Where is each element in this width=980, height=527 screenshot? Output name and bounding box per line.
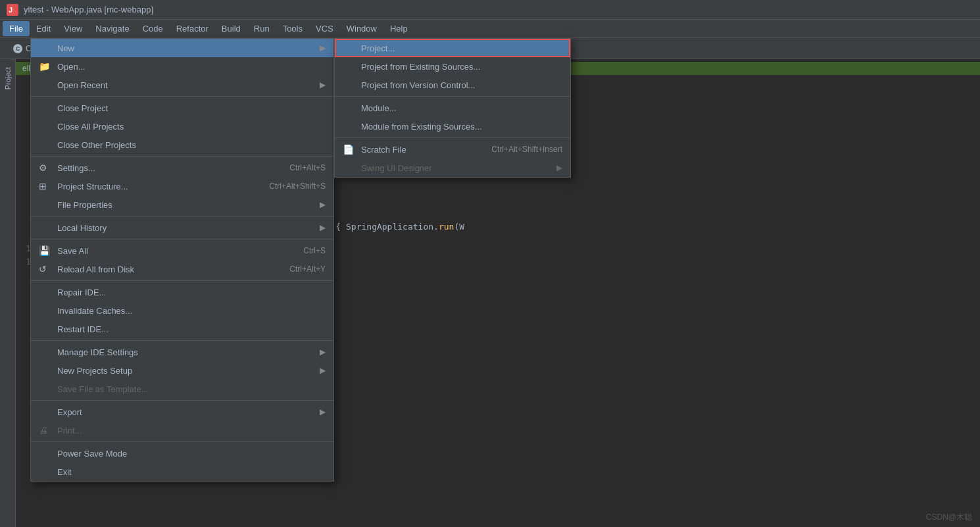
divider-8	[31, 441, 333, 442]
menu-swing-ui-designer-arrow: ▶	[556, 163, 562, 172]
menu-view[interactable]: View	[57, 21, 89, 36]
print-icon: 🖨	[39, 425, 52, 436]
menu-manage-ide-label: Manage IDE Settings	[57, 347, 138, 357]
divider-7	[31, 400, 333, 401]
sidebar-project-label[interactable]: Project	[1, 64, 14, 92]
divider-4	[31, 239, 333, 239]
menu-open-recent-arrow: ▶	[320, 80, 326, 89]
menu-export[interactable]: Export ▶	[31, 403, 333, 421]
menu-close-project[interactable]: Close Project	[31, 99, 333, 117]
menu-new[interactable]: New ▶	[31, 39, 333, 57]
save-icon: 💾	[39, 245, 52, 256]
menu-local-history-label: Local History	[57, 223, 107, 233]
menu-restart-ide[interactable]: Restart IDE...	[31, 320, 333, 338]
menu-navigate[interactable]: Navigate	[89, 21, 135, 36]
menu-open-recent[interactable]: Open Recent ▶	[31, 76, 333, 94]
menu-print[interactable]: 🖨 Print...	[31, 421, 333, 439]
menu-save-all-label: Save All	[57, 246, 88, 256]
menu-scratch-file[interactable]: 📄 Scratch File Ctrl+Alt+Shift+Insert	[335, 140, 570, 159]
menu-local-history[interactable]: Local History ▶	[31, 218, 333, 237]
menu-close-other-projects[interactable]: Close Other Projects	[31, 136, 333, 154]
menu-open[interactable]: 📁 Open...	[31, 57, 333, 76]
menu-file-properties[interactable]: File Properties ▶	[31, 195, 333, 214]
file-menu-dropdown: New ▶ 📁 Open... Open Recent ▶ Close Proj…	[30, 38, 334, 482]
menu-build[interactable]: Build	[215, 21, 247, 36]
menu-edit[interactable]: Edit	[30, 21, 57, 36]
scratch-icon: 📄	[343, 144, 356, 155]
menu-run[interactable]: Run	[247, 21, 276, 36]
divider-6	[31, 340, 333, 341]
menu-new-projects-setup-arrow: ▶	[320, 366, 326, 375]
menu-save-file-template[interactable]: Save File as Template...	[31, 380, 333, 398]
menu-settings[interactable]: ⚙ Settings... Ctrl+Alt+S	[31, 159, 333, 177]
menu-bar: File Edit View Navigate Code Refactor Bu…	[0, 20, 980, 38]
gear-icon: ⚙	[39, 163, 52, 173]
menu-reload-all-shortcut: Ctrl+Alt+Y	[289, 264, 326, 274]
divider-3	[31, 216, 333, 216]
menu-project-from-vcs[interactable]: Project from Version Control...	[335, 76, 570, 94]
menu-tools[interactable]: Tools	[276, 21, 309, 36]
menu-project-from-vcs-label: Project from Version Control...	[361, 80, 475, 90]
menu-power-save-label: Power Save Mode	[57, 449, 127, 459]
menu-vcs[interactable]: VCS	[309, 21, 340, 36]
menu-scratch-file-label: Scratch File	[361, 145, 406, 155]
reload-icon: ↺	[39, 264, 52, 274]
menu-module-from-existing-label: Module from Existing Sources...	[361, 122, 482, 132]
menu-restart-ide-label: Restart IDE...	[57, 324, 109, 334]
menu-close-other-projects-label: Close Other Projects	[57, 140, 136, 150]
menu-project-structure-label: Project Structure...	[57, 182, 128, 191]
menu-reload-all-label: Reload All from Disk	[57, 264, 134, 274]
menu-new-projects-setup-label: New Projects Setup	[57, 366, 132, 376]
menu-repair-ide[interactable]: Repair IDE...	[31, 283, 333, 301]
menu-help[interactable]: Help	[383, 21, 414, 36]
menu-exit[interactable]: Exit	[31, 463, 333, 481]
menu-power-save[interactable]: Power Save Mode	[31, 444, 333, 463]
menu-module-from-existing[interactable]: Module from Existing Sources...	[335, 117, 570, 136]
menu-close-all-projects[interactable]: Close All Projects	[31, 117, 333, 136]
app-logo: J	[7, 4, 18, 16]
menu-open-label: Open...	[57, 62, 86, 72]
menu-new-module[interactable]: Module...	[335, 99, 570, 117]
divider-2	[31, 156, 333, 157]
menu-new-label: New	[57, 43, 74, 53]
menu-swing-ui-designer[interactable]: Swing UI Designer ▶	[335, 159, 570, 177]
sidebar: Project	[0, 59, 16, 527]
menu-save-all[interactable]: 💾 Save All Ctrl+S	[31, 241, 333, 260]
menu-export-arrow: ▶	[320, 407, 326, 416]
menu-new-project[interactable]: Project...	[335, 39, 570, 57]
tab-icon-ctlimpl: C	[13, 44, 22, 53]
divider-5	[31, 280, 333, 281]
divider-1	[31, 96, 333, 97]
menu-file-properties-label: File Properties	[57, 200, 112, 210]
window-title: yltest - WebApp.java [mc-webapp]	[24, 5, 153, 14]
folder-icon: 📁	[39, 61, 52, 72]
menu-project-structure[interactable]: ⊞ Project Structure... Ctrl+Alt+Shift+S	[31, 177, 333, 195]
menu-swing-ui-designer-label: Swing UI Designer	[361, 163, 432, 173]
menu-invalidate-caches[interactable]: Invalidate Caches...	[31, 301, 333, 320]
menu-manage-ide[interactable]: Manage IDE Settings ▶	[31, 343, 333, 361]
watermark: CSDN@木聪	[926, 512, 972, 523]
menu-manage-ide-arrow: ▶	[320, 347, 326, 357]
menu-refactor[interactable]: Refactor	[170, 21, 215, 36]
menu-invalidate-caches-label: Invalidate Caches...	[57, 306, 132, 316]
menu-scratch-file-shortcut: Ctrl+Alt+Shift+Insert	[491, 145, 562, 154]
new-submenu-divider-2	[335, 138, 570, 138]
menu-project-from-existing-label: Project from Existing Sources...	[361, 62, 480, 72]
menu-reload-all[interactable]: ↺ Reload All from Disk Ctrl+Alt+Y	[31, 260, 333, 278]
menu-project-from-existing[interactable]: Project from Existing Sources...	[335, 57, 570, 76]
menu-project-structure-shortcut: Ctrl+Alt+Shift+S	[269, 182, 326, 191]
menu-open-recent-label: Open Recent	[57, 80, 108, 90]
menu-exit-label: Exit	[57, 467, 72, 477]
menu-code[interactable]: Code	[136, 21, 170, 36]
menu-window[interactable]: Window	[340, 21, 383, 36]
grid-icon: ⊞	[39, 181, 52, 191]
menu-file[interactable]: File	[3, 21, 30, 36]
menu-file-properties-arrow: ▶	[320, 200, 326, 209]
menu-new-project-label: Project...	[361, 43, 395, 53]
menu-save-file-template-label: Save File as Template...	[57, 384, 149, 394]
menu-settings-shortcut: Ctrl+Alt+S	[289, 163, 326, 172]
menu-local-history-arrow: ▶	[320, 223, 326, 232]
menu-new-projects-setup[interactable]: New Projects Setup ▶	[31, 361, 333, 380]
menu-close-project-label: Close Project	[57, 103, 108, 113]
menu-new-arrow: ▶	[320, 43, 326, 53]
